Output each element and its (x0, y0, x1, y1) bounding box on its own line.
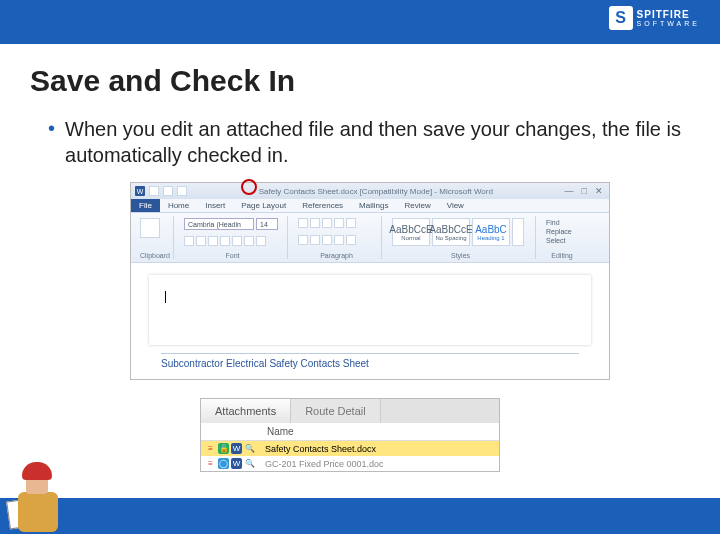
style-no-spacing[interactable]: AaBbCcENo Spacing (432, 218, 470, 246)
slide-header-bar: S SPITFIRE SOFTWARE (0, 0, 720, 44)
tab-page-layout[interactable]: Page Layout (233, 199, 294, 212)
font-color-button[interactable] (256, 236, 266, 246)
quick-access-undo-icon[interactable] (163, 186, 173, 196)
equals-icon: ≡ (205, 458, 216, 469)
italic-button[interactable] (196, 236, 206, 246)
quick-access-save-icon[interactable] (149, 186, 159, 196)
style-heading1[interactable]: AaBbCHeading 1 (472, 218, 510, 246)
tab-review[interactable]: Review (396, 199, 438, 212)
select-button[interactable]: Select (546, 236, 578, 245)
slide-footer-bar (0, 498, 720, 534)
attachment-name: Safety Contacts Sheet.docx (265, 444, 376, 454)
tab-view[interactable]: View (439, 199, 472, 212)
sup-button[interactable] (244, 236, 254, 246)
attachments-panel: Attachments Route Detail Name ≡ 🔒 W 🔍 Sa… (200, 398, 500, 472)
styles-more-button[interactable] (512, 218, 524, 246)
indent-dec-button[interactable] (334, 218, 344, 228)
word-doc-icon: W (231, 443, 242, 454)
word-screenshot: W Safety Contacts Sheet.docx [Compatibil… (130, 182, 610, 380)
brand-subtitle: SOFTWARE (637, 20, 700, 27)
numbering-button[interactable] (310, 218, 320, 228)
bullet-text: When you edit an attached file and then … (65, 116, 690, 168)
tab-attachments[interactable]: Attachments (201, 399, 291, 423)
word-document-page[interactable] (149, 275, 591, 345)
construction-worker-icon (8, 462, 68, 534)
brand-mark-icon: S (609, 6, 633, 30)
lock-icon: 🔒 (218, 443, 229, 454)
find-button[interactable]: Find (546, 218, 578, 227)
minimize-icon[interactable]: ― (565, 186, 574, 196)
align-right-button[interactable] (322, 235, 332, 245)
word-doc-icon: W (231, 458, 242, 469)
text-cursor-icon (165, 291, 166, 303)
ribbon-group-font: Font (184, 252, 281, 259)
open-icon: ◯ (218, 458, 229, 469)
paste-button[interactable] (140, 218, 160, 238)
ribbon-group-styles: Styles (392, 252, 529, 259)
word-document-heading: Subcontractor Electrical Safety Contacts… (161, 353, 579, 369)
align-center-button[interactable] (310, 235, 320, 245)
attachment-name: GC-201 Fixed Price 0001.doc (265, 459, 384, 469)
close-icon[interactable]: ✕ (595, 186, 603, 196)
word-title-bar: W Safety Contacts Sheet.docx [Compatibil… (131, 183, 609, 199)
word-ribbon-tabs: File Home Insert Page Layout References … (131, 199, 609, 213)
line-spacing-button[interactable] (346, 235, 356, 245)
underline-button[interactable] (208, 236, 218, 246)
ribbon-group-clipboard: Clipboard (140, 252, 167, 259)
style-normal[interactable]: AaBbCcENormal (392, 218, 430, 246)
sub-button[interactable] (232, 236, 242, 246)
tab-mailings[interactable]: Mailings (351, 199, 396, 212)
tab-home[interactable]: Home (160, 199, 197, 212)
align-left-button[interactable] (298, 235, 308, 245)
tab-route-detail[interactable]: Route Detail (291, 399, 381, 423)
column-header-name: Name (201, 423, 499, 441)
ribbon-group-editing: Editing (546, 252, 578, 259)
save-highlight-circle (241, 179, 257, 195)
multilevel-button[interactable] (322, 218, 332, 228)
indent-inc-button[interactable] (346, 218, 356, 228)
quick-access-redo-icon[interactable] (177, 186, 187, 196)
replace-button[interactable]: Replace (546, 227, 578, 236)
bullet-icon: • (48, 116, 55, 168)
attachment-row[interactable]: ≡ ◯ W 🔍 GC-201 Fixed Price 0001.doc (201, 456, 499, 471)
page-title: Save and Check In (30, 64, 690, 98)
strike-button[interactable] (220, 236, 230, 246)
tab-references[interactable]: References (294, 199, 351, 212)
ribbon-group-paragraph: Paragraph (298, 252, 375, 259)
tab-file[interactable]: File (131, 199, 160, 212)
word-ribbon: Clipboard Cambria (Headin 14 Font (131, 213, 609, 263)
word-app-icon: W (135, 186, 145, 196)
magnify-icon[interactable]: 🔍 (244, 458, 255, 469)
brand-logo: S SPITFIRE SOFTWARE (609, 6, 700, 30)
bold-button[interactable] (184, 236, 194, 246)
bullets-button[interactable] (298, 218, 308, 228)
brand-name: SPITFIRE (637, 9, 700, 20)
font-size-select[interactable]: 14 (256, 218, 278, 230)
tab-insert[interactable]: Insert (197, 199, 233, 212)
bullet-item: • When you edit an attached file and the… (30, 116, 690, 168)
maximize-icon[interactable]: □ (582, 186, 587, 196)
font-name-select[interactable]: Cambria (Headin (184, 218, 254, 230)
attachment-row-selected[interactable]: ≡ 🔒 W 🔍 Safety Contacts Sheet.docx (201, 441, 499, 456)
equals-icon: ≡ (205, 443, 216, 454)
justify-button[interactable] (334, 235, 344, 245)
magnify-icon[interactable]: 🔍 (244, 443, 255, 454)
